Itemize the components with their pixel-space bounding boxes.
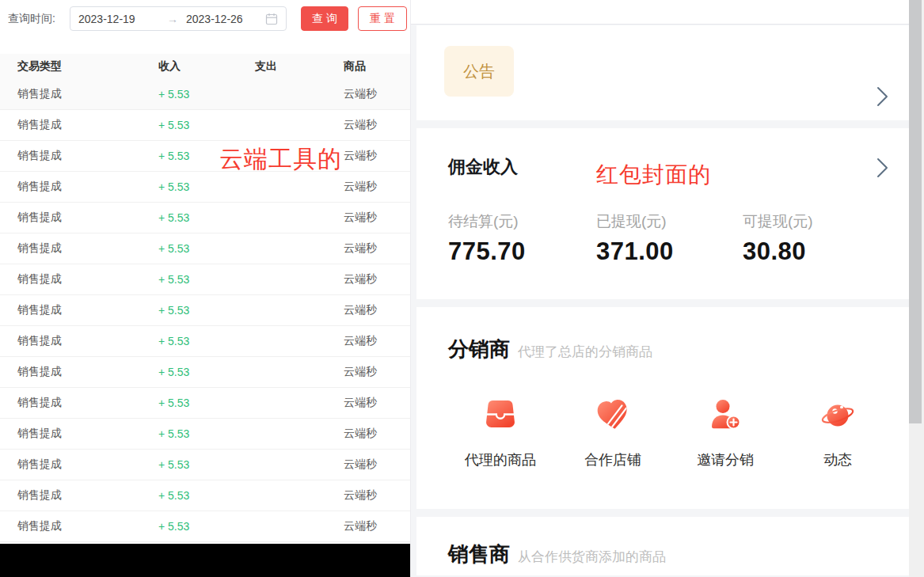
distributor-title: 分销商 bbox=[448, 336, 510, 363]
commission-card[interactable]: 佣金收入 红包封面的 待结算(元) 775.70 已提现(元) 371.00 可… bbox=[416, 128, 910, 299]
distributor-item-invite[interactable]: 邀请分销 bbox=[669, 396, 781, 469]
reset-button[interactable]: 重 置 bbox=[358, 6, 407, 31]
cell-transaction-type: 销售提成 bbox=[17, 87, 158, 101]
stat-label: 待结算(元) bbox=[448, 211, 526, 232]
column-header-type: 交易类型 bbox=[17, 59, 158, 74]
table-row: 销售提成 + 5.53 云端秒 bbox=[0, 419, 410, 450]
table-row: 销售提成 + 5.53 云端秒 bbox=[0, 357, 410, 388]
cell-transaction-type: 销售提成 bbox=[17, 488, 158, 503]
cell-transaction-type: 销售提成 bbox=[17, 241, 158, 256]
stat-label: 可提现(元) bbox=[743, 211, 813, 232]
preview-top-strip bbox=[411, 0, 909, 25]
column-header-expense: 支出 bbox=[255, 59, 344, 74]
cell-income: + 5.53 bbox=[158, 489, 255, 502]
distributor-item-partner-shops[interactable]: 合作店铺 bbox=[557, 396, 669, 469]
distributor-item-agent-products[interactable]: 代理的商品 bbox=[444, 396, 557, 469]
heart-hand-icon bbox=[594, 396, 632, 434]
distributor-item-label: 合作店铺 bbox=[557, 450, 669, 469]
cell-transaction-type: 销售提成 bbox=[17, 427, 158, 441]
cell-transaction-type: 销售提成 bbox=[17, 303, 158, 317]
seller-title: 销售商 bbox=[448, 541, 510, 568]
cell-product: 云端秒 bbox=[344, 519, 410, 533]
stat-value: 371.00 bbox=[596, 237, 674, 266]
cell-transaction-type: 销售提成 bbox=[17, 211, 158, 225]
distributor-item-label: 代理的商品 bbox=[444, 450, 557, 469]
stat-withdrawable: 可提现(元) 30.80 bbox=[743, 211, 813, 266]
cell-income: + 5.53 bbox=[158, 119, 255, 131]
planet-icon bbox=[819, 396, 857, 434]
seller-card: 销售商 从合作供货商添加的商品 bbox=[416, 517, 910, 575]
cell-product: 云端秒 bbox=[344, 365, 410, 379]
cell-income: + 5.53 bbox=[158, 88, 255, 101]
cell-income: + 5.53 bbox=[158, 427, 255, 440]
cell-product: 云端秒 bbox=[344, 303, 410, 317]
distributor-subtitle: 代理了总店的分销商品 bbox=[518, 343, 652, 361]
date-range-picker[interactable]: 2023-12-19 → 2023-12-26 bbox=[70, 6, 287, 31]
table-body: 销售提成 + 5.53 云端秒 销售提成 + 5.53 云端秒 销售提成 + 5… bbox=[0, 79, 410, 542]
cell-transaction-type: 销售提成 bbox=[17, 365, 158, 379]
stat-label: 已提现(元) bbox=[596, 211, 674, 232]
cell-income: + 5.53 bbox=[158, 366, 255, 378]
column-header-income: 收入 bbox=[158, 59, 255, 74]
table-row: 销售提成 + 5.53 云端秒 bbox=[0, 388, 410, 419]
cell-product: 云端秒 bbox=[344, 272, 410, 287]
distributor-item-activity[interactable]: 动态 bbox=[781, 396, 894, 469]
cell-income: + 5.53 bbox=[158, 335, 255, 347]
announcement-badge: 公告 bbox=[444, 46, 514, 97]
cell-income: + 5.53 bbox=[158, 242, 255, 255]
table-row: 销售提成 + 5.53 云端秒 bbox=[0, 295, 410, 326]
cell-transaction-type: 销售提成 bbox=[17, 149, 158, 163]
table-row: 销售提成 + 5.53 云端秒 bbox=[0, 233, 410, 264]
cell-income: + 5.53 bbox=[158, 397, 255, 409]
stat-pending-settlement: 待结算(元) 775.70 bbox=[448, 211, 526, 266]
commission-title: 佣金收入 bbox=[448, 155, 518, 179]
cell-product: 云端秒 bbox=[344, 149, 410, 163]
end-date-field[interactable]: 2023-12-26 bbox=[186, 13, 265, 25]
cell-transaction-type: 销售提成 bbox=[17, 457, 158, 472]
shop-preview-panel: 公告 佣金收入 红包封面的 待结算(元) 775.70 已提现(元) 371.0… bbox=[410, 0, 909, 577]
scrollbar-thumb[interactable] bbox=[909, 0, 922, 423]
cell-transaction-type: 销售提成 bbox=[17, 334, 158, 348]
scrollbar-track[interactable] bbox=[909, 0, 924, 577]
cell-transaction-type: 销售提成 bbox=[17, 118, 158, 132]
announcement-card[interactable]: 公告 bbox=[416, 25, 910, 120]
cell-income: + 5.53 bbox=[158, 520, 255, 533]
table-row: 销售提成 + 5.53 云端秒 bbox=[0, 480, 410, 511]
distributor-item-label: 邀请分销 bbox=[669, 450, 781, 469]
cell-income: + 5.53 bbox=[158, 458, 255, 471]
table-header: 交易类型 收入 支出 商品 bbox=[0, 54, 410, 79]
table-row: 销售提成 + 5.53 云端秒 bbox=[0, 110, 410, 141]
distributor-item-label: 动态 bbox=[781, 450, 894, 469]
stat-value: 30.80 bbox=[743, 237, 813, 266]
cell-product: 云端秒 bbox=[344, 241, 410, 256]
distributor-section-head: 分销商 代理了总店的分销商品 bbox=[448, 336, 652, 363]
query-time-label: 查询时间: bbox=[8, 12, 55, 26]
seller-subtitle: 从合作供货商添加的商品 bbox=[518, 548, 666, 566]
stat-withdrawn: 已提现(元) 371.00 bbox=[596, 211, 674, 266]
column-header-product: 商品 bbox=[344, 59, 410, 74]
chevron-right-icon[interactable] bbox=[876, 157, 890, 179]
cell-product: 云端秒 bbox=[344, 211, 410, 225]
calendar-icon bbox=[265, 13, 278, 25]
start-date-field[interactable]: 2023-12-19 bbox=[78, 13, 159, 25]
annotation-left-overlay: 云端工具的 bbox=[219, 143, 342, 176]
cell-product: 云端秒 bbox=[344, 427, 410, 441]
range-arrow-icon: → bbox=[159, 13, 186, 25]
table-row: 销售提成 + 5.53 云端秒 bbox=[0, 511, 410, 542]
cell-product: 云端秒 bbox=[344, 180, 410, 194]
table-row: 销售提成 + 5.53 云端秒 bbox=[0, 141, 410, 172]
distributor-card: 分销商 代理了总店的分销商品 代理的商品 bbox=[416, 307, 910, 509]
cell-income: + 5.53 bbox=[158, 273, 255, 286]
table-row: 销售提成 + 5.53 云端秒 bbox=[0, 172, 410, 203]
search-button[interactable]: 查 询 bbox=[301, 6, 348, 31]
cell-transaction-type: 销售提成 bbox=[17, 272, 158, 287]
query-results-panel: 查询时间: 2023-12-19 → 2023-12-26 查 询 重 置 交易… bbox=[0, 0, 410, 577]
cell-transaction-type: 销售提成 bbox=[17, 519, 158, 533]
query-bar: 查询时间: 2023-12-19 → 2023-12-26 查 询 重 置 bbox=[0, 6, 410, 32]
bottom-black-bar bbox=[0, 544, 410, 577]
person-plus-icon bbox=[706, 396, 744, 434]
box-icon bbox=[481, 396, 519, 434]
table-row: 销售提成 + 5.53 云端秒 bbox=[0, 450, 410, 480]
cell-income: + 5.53 bbox=[158, 304, 255, 317]
chevron-right-icon[interactable] bbox=[876, 85, 890, 108]
